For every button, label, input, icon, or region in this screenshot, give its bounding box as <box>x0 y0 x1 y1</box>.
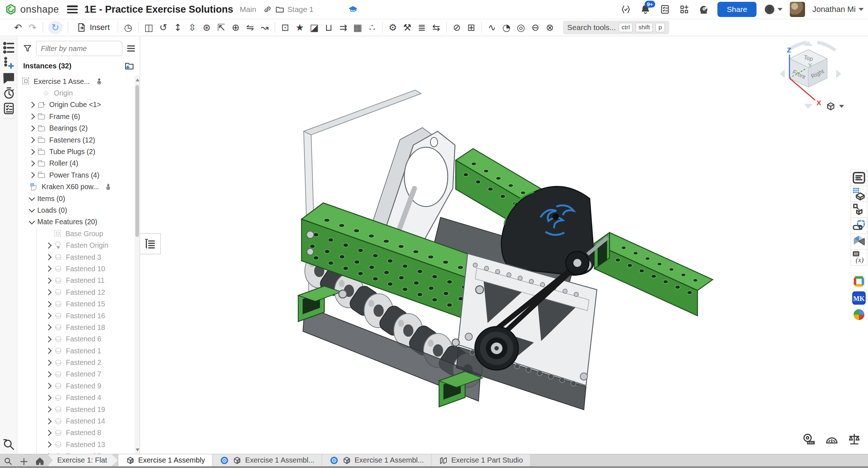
move-triad-icon[interactable]: ⇱ <box>214 20 228 35</box>
tape-measure-icon[interactable] <box>802 432 817 446</box>
scroll-up-icon[interactable] <box>136 78 139 81</box>
add-tab-button[interactable]: + <box>16 454 32 468</box>
search-tools[interactable]: Search tools...ctrlshiftp <box>563 21 669 34</box>
tree-row[interactable]: Fasteners (12) <box>17 134 135 146</box>
select-part-icon[interactable]: ◪ <box>307 20 321 35</box>
revolute-icon[interactable]: ◔ <box>499 20 514 35</box>
expand-chevron-icon[interactable] <box>46 430 52 436</box>
onshape-logo[interactable]: onshape <box>0 4 59 15</box>
search-tabs-button[interactable] <box>0 454 16 468</box>
graphics-viewport[interactable]: Top Front Right Z X Y <box>140 37 868 454</box>
subassembly-icon[interactable]: ⊔ <box>321 20 336 35</box>
replicate-icon[interactable]: ↝ <box>257 20 272 35</box>
expand-chevron-icon[interactable] <box>46 266 52 272</box>
tree-row[interactable]: Power Trans (4) <box>17 169 135 181</box>
undo-icon[interactable]: ↶ <box>11 20 25 35</box>
collision-icon[interactable]: ⊖ <box>528 20 543 35</box>
drag-icon[interactable]: ⊗ <box>543 20 557 35</box>
expand-chevron-icon[interactable] <box>46 383 52 389</box>
fixed-indicator-icon[interactable] <box>104 183 112 191</box>
tree-row[interactable]: Fastened 15 <box>17 298 135 310</box>
share-button[interactable]: Share <box>717 2 757 17</box>
hide-items-icon[interactable]: ⊘ <box>450 20 464 35</box>
screw-relation-icon[interactable]: ⇆ <box>429 20 443 35</box>
tree-row[interactable]: Fastened 12 <box>17 286 135 298</box>
tree-row[interactable]: Fastened 18 <box>17 322 135 333</box>
appearance-icon[interactable] <box>851 233 867 250</box>
mechanism-icon[interactable]: ⚒ <box>400 20 414 35</box>
sidebar-scrollbar[interactable] <box>135 76 140 454</box>
expand-chevron-icon[interactable] <box>46 336 52 342</box>
expand-chevron-icon[interactable] <box>29 218 35 224</box>
tree-row[interactable]: Fastened 9 <box>17 380 135 392</box>
duplicate-icon[interactable]: ⇉ <box>336 20 350 35</box>
document-tab[interactable]: Exercise 1 Assembly <box>118 454 213 468</box>
redo-icon[interactable]: ↷ <box>25 20 40 35</box>
tasks-button[interactable] <box>659 3 671 16</box>
expand-chevron-icon[interactable] <box>29 137 35 143</box>
release-parts-icon[interactable] <box>851 201 867 218</box>
filter-input[interactable] <box>36 41 122 56</box>
expand-chevron-icon[interactable] <box>46 301 52 307</box>
rack-relation-icon[interactable]: ≣ <box>414 20 429 35</box>
gear-relation-icon[interactable]: ⚙ <box>385 20 400 35</box>
features-flyout-handle[interactable] <box>140 233 161 254</box>
workspace-indicator[interactable]: Main <box>240 5 256 14</box>
instances-panel-icon[interactable] <box>1 40 16 55</box>
tree-row[interactable]: Bearings (2) <box>17 123 135 134</box>
pan-icon[interactable]: ⇳ <box>185 20 199 35</box>
history-icon[interactable]: ◷ <box>121 20 135 35</box>
document-panel-icon[interactable] <box>851 170 867 186</box>
tree-row[interactable]: Fastened 3 <box>17 251 135 263</box>
sync-icon[interactable]: ↻ <box>48 21 63 34</box>
history-panel-icon[interactable] <box>1 86 16 101</box>
graphics-search-icon[interactable] <box>1 437 16 452</box>
new-folder-icon[interactable] <box>124 60 135 71</box>
expand-chevron-icon[interactable] <box>46 324 52 331</box>
document-tab[interactable]: Exercise 1 Assembl... <box>212 454 322 466</box>
tree-row[interactable]: Fastened 8 <box>17 427 135 439</box>
tree-row[interactable]: Fastened 16 <box>17 310 135 322</box>
tile-pattern-icon[interactable]: ▦ <box>350 20 365 35</box>
document-location[interactable]: Stage 1 <box>263 5 313 14</box>
mirror-icon[interactable]: ⇋ <box>243 20 257 35</box>
curve-icon[interactable]: ∿ <box>485 20 499 35</box>
expand-chevron-icon[interactable] <box>29 207 35 213</box>
expand-chevron-icon[interactable] <box>29 125 35 131</box>
tree-row[interactable]: Tube Plugs (2) <box>17 146 135 157</box>
box-select-icon[interactable]: ⊡ <box>278 20 292 35</box>
help-menu[interactable]: ? <box>764 4 783 15</box>
app-classroom-icon[interactable] <box>852 274 866 289</box>
add-instance-panel-icon[interactable] <box>1 55 16 71</box>
expand-chevron-icon[interactable] <box>46 359 52 366</box>
tree-row[interactable]: Exercise 1 Asse... <box>17 76 135 87</box>
tree-row[interactable]: Fastened 4 <box>17 392 135 404</box>
explode-icon[interactable]: ∴ <box>365 20 379 35</box>
tree-row[interactable]: Kraken X60 pow... <box>17 181 135 193</box>
orbit-icon[interactable]: ⊛ <box>199 20 214 35</box>
expand-chevron-icon[interactable] <box>46 313 52 319</box>
tree-row[interactable]: Fastened 13 <box>17 439 135 450</box>
expand-chevron-icon[interactable] <box>29 172 35 178</box>
expand-chevron-icon[interactable] <box>46 254 52 260</box>
tree-row[interactable]: Origin Cube <1> <box>17 99 135 111</box>
insert-button[interactable]: Insert <box>71 22 115 33</box>
expand-chevron-icon[interactable] <box>29 114 35 120</box>
home-tab-button[interactable] <box>32 454 48 468</box>
section-view-icon[interactable]: ◫ <box>142 20 156 35</box>
tree-row[interactable]: Fastened 2 <box>17 357 135 368</box>
app-mk-icon[interactable]: MK <box>852 291 866 305</box>
tree-row[interactable]: Origin <box>17 87 135 99</box>
bom-table-icon[interactable] <box>851 186 867 202</box>
custom-tables-panel-icon[interactable] <box>1 101 16 116</box>
tree-row[interactable]: Loads (0) <box>17 204 135 216</box>
expand-chevron-icon[interactable] <box>46 407 52 413</box>
expand-chevron-icon[interactable] <box>46 442 52 448</box>
fixed-indicator-icon[interactable] <box>95 77 103 86</box>
learning-center[interactable] <box>348 5 358 14</box>
contact-icon[interactable]: ◎ <box>514 20 528 35</box>
rotate-horizontal-icon[interactable]: ↺ <box>156 20 170 35</box>
interference-icon[interactable]: ⊞ <box>464 20 479 35</box>
apps-button[interactable] <box>678 3 691 16</box>
view-options-menu[interactable] <box>825 101 844 112</box>
